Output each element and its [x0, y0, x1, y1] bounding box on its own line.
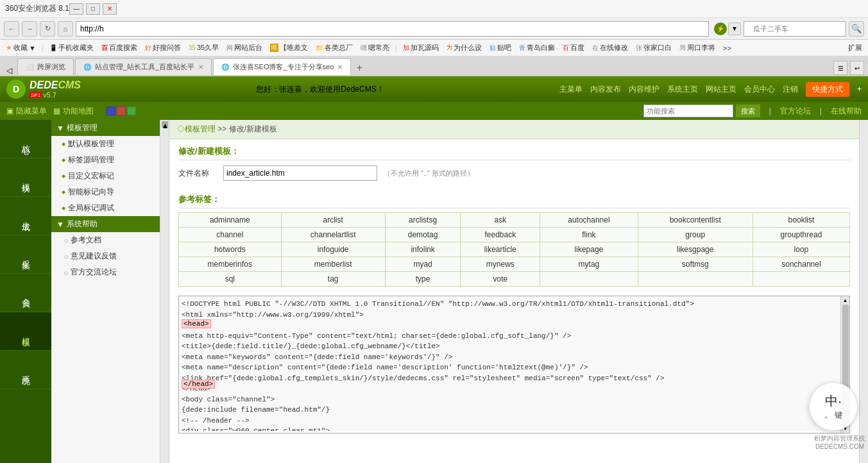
- tag-likesgpage[interactable]: likesgpage: [638, 242, 753, 257]
- tag-memberinfos[interactable]: memberinfos: [179, 257, 282, 272]
- function-search-input[interactable]: [643, 105, 733, 117]
- quick-add-icon[interactable]: +: [857, 85, 862, 94]
- color-block-blue[interactable]: [106, 106, 115, 115]
- scroll-up-btn[interactable]: ▲: [162, 121, 168, 128]
- nav-content-maintain[interactable]: 内容维护: [629, 84, 660, 95]
- tag-softmsg[interactable]: softmsg: [638, 257, 753, 272]
- tag-feedback[interactable]: feedback: [461, 228, 540, 242]
- tag-likepage[interactable]: likepage: [540, 242, 638, 257]
- tag-vote[interactable]: vote: [461, 272, 540, 287]
- function-search-btn[interactable]: 搜索: [736, 105, 760, 117]
- tag-memberlist[interactable]: memberlist: [281, 257, 385, 272]
- right-scroll[interactable]: [859, 120, 868, 463]
- tag-infoguide[interactable]: infoguide: [281, 242, 385, 257]
- tab-cross-screen[interactable]: ⬜ 跨屏浏览: [17, 58, 74, 75]
- code-editor[interactable]: <!DOCTYPE html PUBLIC "-//W3C//DTD XHTML…: [179, 296, 840, 431]
- bookmark-mobile[interactable]: 📱手机收藏夹: [47, 42, 96, 53]
- bookmark-qingdao[interactable]: 青青岛白癜: [517, 42, 557, 53]
- bookmark-geleizongchang[interactable]: 📁各类总厂: [314, 42, 355, 53]
- bookmark-haosou[interactable]: 好好搜问答: [143, 42, 183, 53]
- sidebar-tab-template[interactable]: 模板: [0, 312, 51, 351]
- tab-site-admin[interactable]: 🌐 站点管理_站长工具_百度站长平 ✕: [75, 58, 212, 75]
- forward-button[interactable]: →: [22, 21, 37, 37]
- menu-item-custom-macro[interactable]: 目定义宏标记: [51, 168, 160, 184]
- nav-main-menu[interactable]: 主菜单: [559, 84, 583, 95]
- tag-channel[interactable]: channel: [179, 228, 282, 242]
- menu-item-docs[interactable]: 参考文档: [51, 232, 160, 248]
- code-scroll-up[interactable]: ▲: [843, 298, 848, 303]
- tab-list-button[interactable]: ☰: [833, 61, 847, 75]
- minimize-button[interactable]: —: [69, 3, 83, 15]
- quick-btn[interactable]: 快捷方式: [806, 82, 849, 97]
- bookmark-online-edit[interactable]: 在在线修改: [590, 42, 630, 53]
- file-name-input[interactable]: [223, 165, 377, 181]
- bookmarks-folder[interactable]: ★ 收藏 ▼: [4, 42, 38, 53]
- close-button[interactable]: ✕: [103, 3, 117, 15]
- bookmark-weisheme[interactable]: 为为什么设: [445, 42, 484, 53]
- menu-group-system-help-title[interactable]: ▼ 系统帮助: [51, 216, 160, 232]
- menu-item-forum[interactable]: 官方交流论坛: [51, 264, 160, 280]
- tag-infolink[interactable]: infolink: [385, 242, 461, 257]
- tab-close-button[interactable]: ✕: [337, 63, 343, 71]
- content-scroll[interactable]: ◇模板管理 >> 修改/新建模板 修改/新建模板： 文件名称 （不允许用 "..…: [169, 120, 859, 463]
- sidebar-tab-collect[interactable]: 采集: [0, 235, 51, 274]
- menu-item-default-template[interactable]: 默认模板管理: [51, 136, 160, 152]
- nav-logout[interactable]: 注销: [783, 84, 798, 95]
- tag-type[interactable]: type: [385, 272, 461, 287]
- tag-myad[interactable]: myad: [385, 257, 461, 272]
- bookmark-tieba[interactable]: 贴贴吧: [488, 42, 513, 53]
- tab-add-button[interactable]: +: [352, 61, 366, 75]
- tag-channelartlist[interactable]: channelartlist: [281, 228, 385, 242]
- bookmark-zhoukou[interactable]: 周周口李将: [677, 42, 717, 53]
- search-input[interactable]: [749, 22, 846, 35]
- bookmark-baidu2[interactable]: 百百度: [561, 42, 586, 53]
- tag-mytag[interactable]: mytag: [540, 257, 638, 272]
- tag-booklist[interactable]: booklist: [753, 213, 849, 228]
- official-forum-link[interactable]: 官方论坛: [780, 106, 811, 117]
- color-block-red[interactable]: [117, 106, 126, 115]
- tab-back-button[interactable]: ↩: [850, 61, 864, 75]
- address-bar[interactable]: [76, 21, 709, 37]
- hide-menu-btn[interactable]: ▣ 隐藏菜单: [6, 106, 47, 117]
- tab-seo-blog[interactable]: 🌐 张连喜SEO博客_专注于分享seo ✕: [213, 58, 351, 75]
- menu-item-global-tag-debug[interactable]: 全局标记调试: [51, 200, 160, 216]
- search-button[interactable]: 🔍: [849, 21, 864, 37]
- sidebar-tab-member[interactable]: 会员: [0, 274, 51, 312]
- refresh-button[interactable]: ↻: [40, 21, 55, 37]
- tag-hotwords[interactable]: hotwords: [179, 242, 282, 257]
- tag-group[interactable]: group: [638, 228, 753, 242]
- online-help-link[interactable]: 在线帮助: [831, 106, 862, 117]
- home-button[interactable]: ⌂: [58, 21, 73, 37]
- tag-demotag[interactable]: demotag: [385, 228, 461, 242]
- bookmark-backend[interactable]: 网网站后台: [225, 42, 264, 53]
- sidebar-tab-module[interactable]: 模块: [0, 158, 51, 197]
- menu-item-tag-source[interactable]: 标签源码管理: [51, 152, 160, 168]
- site-map-btn[interactable]: ▦ 功能地图: [53, 106, 94, 117]
- tag-sonchannel[interactable]: sonchannel: [753, 257, 849, 272]
- bookmark-zhangjiakou[interactable]: 张张家口白: [634, 42, 674, 53]
- bookmark-baidu[interactable]: 百百度搜索: [99, 42, 139, 53]
- breadcrumb-parent[interactable]: ◇模板管理: [177, 124, 216, 133]
- tag-sql[interactable]: sql: [179, 272, 282, 287]
- tag-autochannel[interactable]: autochannel: [540, 213, 638, 228]
- sidebar-tab-generate[interactable]: 生成: [0, 197, 51, 235]
- bookmark-extensions[interactable]: 扩展: [846, 42, 864, 53]
- menu-item-feedback[interactable]: 意见建议反馈: [51, 248, 160, 264]
- tag-mynews[interactable]: mynews: [461, 257, 540, 272]
- bookmark-enchangliang[interactable]: 嗯嗯常亮: [359, 42, 391, 53]
- dropdown-button[interactable]: ▼: [728, 22, 741, 35]
- bookmark-more[interactable]: >>: [721, 44, 733, 53]
- tag-tag[interactable]: tag: [281, 272, 385, 287]
- tag-arclist[interactable]: arclist: [281, 213, 385, 228]
- nav-site-home[interactable]: 网站主页: [706, 84, 736, 95]
- menu-group-template-title[interactable]: ▼ 模板管理: [51, 120, 160, 136]
- bookmark-35[interactable]: 3535久早: [187, 42, 221, 53]
- nav-system-home[interactable]: 系统主页: [667, 84, 698, 95]
- tag-likearticle[interactable]: likearticle: [461, 242, 540, 257]
- bookmark-weichai[interactable]: 唯【唯差文: [268, 42, 310, 53]
- tag-adminname[interactable]: adminname: [179, 213, 282, 228]
- tag-ask[interactable]: ask: [461, 213, 540, 228]
- nav-member-center[interactable]: 会员中心: [744, 84, 775, 95]
- tab-close-button[interactable]: ✕: [198, 63, 203, 71]
- color-block-green[interactable]: [127, 106, 136, 115]
